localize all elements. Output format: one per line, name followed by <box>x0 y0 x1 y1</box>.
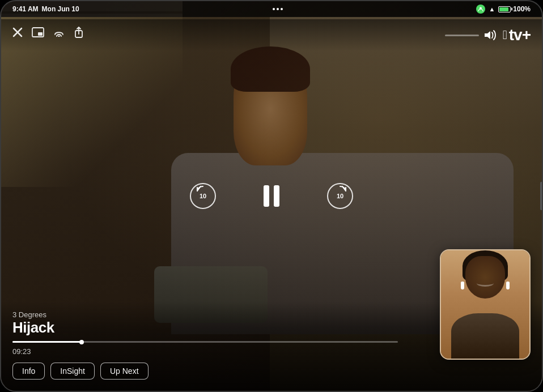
info-button[interactable]: Info <box>12 363 45 380</box>
top-controls:  tv+ <box>1 19 542 51</box>
battery-indicator: 100% <box>498 5 531 13</box>
insight-button[interactable]: InSight <box>50 363 95 380</box>
playback-controls: 10 10 <box>190 183 353 209</box>
pip-button[interactable] <box>32 27 44 37</box>
status-dot-3 <box>281 8 283 10</box>
facetime-person <box>441 250 529 359</box>
apple-logo-icon:  <box>503 29 507 41</box>
tv-plus-text: tv+ <box>509 26 531 44</box>
close-button[interactable] <box>12 27 23 37</box>
top-left-controls <box>12 26 84 39</box>
pause-bar-left <box>264 185 269 207</box>
bottom-buttons: Info InSight Up Next <box>12 363 531 380</box>
volume-bar <box>445 35 479 36</box>
wifi-icon: ▲ <box>489 6 495 12</box>
top-right-controls:  tv+ <box>445 26 531 44</box>
status-dot-1 <box>273 8 275 10</box>
svg-rect-5 <box>58 36 60 37</box>
forward-seconds: 10 <box>337 193 343 199</box>
side-handle <box>540 182 543 210</box>
forward-button[interactable]: 10 <box>327 183 353 209</box>
volume-control[interactable] <box>445 30 496 40</box>
up-next-button[interactable]: Up Next <box>100 363 149 380</box>
rewind-seconds: 10 <box>200 193 206 199</box>
battery-percent: 100% <box>513 5 531 13</box>
pause-bar-right <box>274 185 279 207</box>
hair <box>231 46 310 92</box>
battery-fill <box>499 7 508 11</box>
status-bar: 9:41 AM Mon Jun 10 ▲ 100% <box>1 1 542 17</box>
rewind-circle: 10 <box>190 183 216 209</box>
status-time: 9:41 AM <box>12 5 39 13</box>
status-left: 9:41 AM Mon Jun 10 <box>12 5 79 13</box>
share-button[interactable] <box>74 26 84 39</box>
status-center <box>273 8 283 10</box>
airpod-left <box>461 282 464 289</box>
facetime-overlay[interactable] <box>440 249 531 360</box>
battery-icon <box>498 6 511 12</box>
svg-rect-4 <box>38 32 43 36</box>
pause-button[interactable] <box>261 183 282 209</box>
forward-circle: 10 <box>327 183 353 209</box>
facetime-face <box>465 256 505 299</box>
facetime-shoulders <box>451 313 519 359</box>
apple-tv-logo:  tv+ <box>503 26 531 44</box>
status-right: ▲ 100% <box>476 5 531 14</box>
airplay-button[interactable] <box>53 27 65 37</box>
progress-bar-fill <box>12 341 82 343</box>
ipad-frame: 9:41 AM Mon Jun 10 ▲ 100% <box>0 0 543 392</box>
user-status-icon <box>476 5 485 14</box>
facetime-smile <box>477 280 494 287</box>
status-dot-2 <box>277 8 279 10</box>
progress-bar-container[interactable] <box>12 341 398 343</box>
airpod-right <box>506 282 510 289</box>
rewind-button[interactable]: 10 <box>190 183 216 209</box>
video-area:  tv+ 10 <box>1 1 542 391</box>
status-date: Mon Jun 10 <box>42 5 79 13</box>
